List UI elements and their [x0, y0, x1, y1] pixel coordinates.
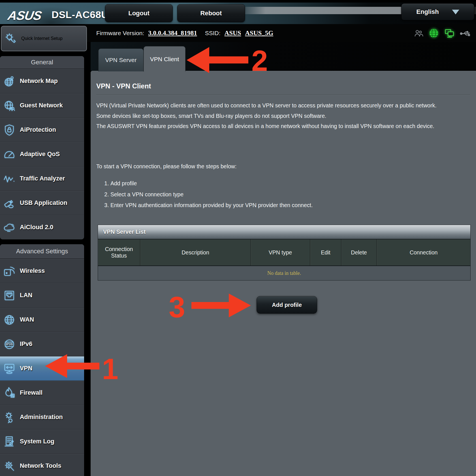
sidebar-item-ipv6[interactable]: IPV6 IPv6 [0, 332, 84, 356]
chevron-down-icon [452, 10, 459, 14]
reboot-button[interactable]: Reboot [177, 4, 245, 22]
sidebar-item-label: VPN [20, 365, 32, 372]
column-header-edit: Edit [310, 239, 341, 265]
globe-users-icon [2, 99, 16, 113]
annotation-arrowhead-step3 [229, 294, 251, 317]
language-dropdown[interactable]: English [401, 3, 474, 20]
paragraph: Some devices like set-top boxes, smart T… [96, 111, 452, 121]
language-label: English [416, 8, 439, 16]
sidebar-item-label: Network Map [20, 78, 58, 85]
sidebar-item-guest-network[interactable]: Guest Network [0, 93, 84, 118]
status-icon-group [413, 24, 471, 42]
globe-pin-icon [2, 74, 16, 88]
ipv6-globe-icon: IPV6 [2, 337, 16, 351]
column-header-connection: Connection [377, 239, 470, 265]
ethernet-port-icon [2, 288, 16, 303]
sidebar-item-label: Guest Network [20, 102, 63, 109]
logout-button[interactable]: Logout [105, 4, 173, 22]
router-admin-page: ASUS DSL-AC68U Logout Reboot English Fir… [0, 0, 476, 476]
sidebar-nav: Quick Internet Setup General Network Map [0, 24, 85, 476]
column-header-description: Description [140, 239, 251, 265]
annotation-arrow-tail-step2 [209, 56, 248, 63]
sidebar-item-label: AiProtection [20, 126, 56, 133]
router-model-label: DSL-AC68U [52, 9, 108, 20]
sidebar-item-label: System Log [20, 438, 54, 445]
usb-drive-icon [2, 196, 16, 210]
gauge-icon [2, 147, 16, 162]
annotation-arrow-tail-step1 [67, 363, 99, 369]
ssid-link-5g[interactable]: ASUS_5G [245, 29, 273, 37]
page-title: VPN - VPN Client [96, 82, 151, 90]
step-item: Select a VPN connection type [110, 189, 313, 200]
sidebar-item-firewall[interactable]: Firewall [0, 381, 84, 405]
wifi-icon [2, 264, 16, 278]
asus-logo: ASUS [7, 8, 43, 23]
annotation-arrow-tail-step3 [191, 302, 229, 309]
sidebar-item-network-tools[interactable]: Network Tools [0, 454, 84, 476]
annotation-number-1: 1 [102, 354, 118, 384]
sidebar-item-network-map[interactable]: Network Map [0, 69, 84, 93]
table-title: VPN Server List [98, 225, 470, 239]
log-doc-icon [2, 435, 16, 449]
sidebar-section-advanced-settings: Advanced Settings Wireless LA [0, 244, 84, 476]
firmware-version-link[interactable]: 3.0.0.4.384_81981 [148, 29, 197, 37]
gear-wrench-icon [3, 31, 18, 46]
sidebar-item-system-log[interactable]: System Log [0, 429, 84, 454]
sidebar-item-lan[interactable]: LAN [0, 283, 84, 307]
paragraph: VPN (Virtual Private Network) clients ar… [96, 100, 452, 111]
wired-clients-icon[interactable] [444, 28, 455, 39]
sidebar-section-general: General Network Map Guest Net [0, 56, 84, 239]
annotation-arrowhead-step1 [45, 354, 67, 378]
add-profile-button[interactable]: Add profile [257, 296, 317, 314]
annotation-number-2: 2 [251, 46, 268, 75]
column-header-vpn-type: VPN type [251, 239, 310, 265]
table-empty-row: No data in table. [98, 265, 470, 280]
tab-vpn-server[interactable]: VPN Server [98, 48, 144, 71]
sidebar-item-label: Wireless [20, 267, 45, 275]
step-item: Enter VPN authentication information pro… [110, 200, 313, 211]
flame-icon [2, 386, 16, 400]
steps-intro: To start a VPN connection, please follow… [96, 163, 236, 170]
sidebar-item-label: USB Application [20, 199, 67, 207]
sidebar-item-aiprotection[interactable]: AiProtection [0, 118, 84, 142]
internet-globe-icon[interactable] [428, 28, 439, 39]
sidebar-item-label: WAN [20, 316, 34, 323]
paragraph: The ASUSWRT VPN feature provides VPN acc… [96, 121, 452, 131]
ssid-label: SSID: [205, 30, 221, 37]
sidebar-item-label: Adaptive QoS [20, 151, 60, 158]
gear-tools-icon [2, 459, 16, 473]
sidebar-item-quick-internet-setup[interactable]: Quick Internet Setup [1, 26, 87, 51]
vpn-server-list-table: VPN Server List Connection Status Descri… [98, 225, 471, 280]
top-black-strip [0, 0, 476, 3]
annotation-number-3: 3 [169, 292, 185, 322]
sidebar-item-traffic-analyzer[interactable]: Traffic Analyzer [0, 166, 84, 191]
svg-text:IPV6: IPV6 [6, 343, 13, 346]
firmware-version-label: Firmware Version: [96, 30, 144, 37]
sidebar-item-label: Administration [20, 414, 63, 421]
sidebar-item-wireless[interactable]: Wireless [0, 259, 84, 283]
gear-admin-icon [2, 410, 16, 424]
sidebar-item-label: Quick Internet Setup [21, 36, 63, 41]
top-header-bar: ASUS DSL-AC68U Logout Reboot English [0, 0, 476, 24]
globe-icon [2, 313, 16, 327]
ssid-link-24g[interactable]: ASUS [225, 29, 241, 37]
sidebar-item-adaptive-qos[interactable]: Adaptive QoS [0, 142, 84, 166]
sidebar-item-label: Network Tools [20, 462, 61, 469]
sidebar-item-usb-application[interactable]: USB Application [0, 191, 84, 215]
shield-lock-icon [2, 123, 16, 137]
usb-icon[interactable] [460, 27, 471, 39]
sidebar-item-label: AiCloud 2.0 [20, 224, 53, 231]
sidebar-item-wan[interactable]: WAN [0, 307, 84, 332]
sidebar-item-administration[interactable]: Administration [0, 405, 84, 429]
title-divider [96, 95, 470, 95]
tab-vpn-client[interactable]: VPN Client [144, 46, 185, 72]
status-info-bar: Firmware Version: 3.0.0.4.384_81981 SSID… [85, 24, 476, 42]
waveform-icon [2, 172, 16, 186]
monitor-arrows-icon [2, 362, 16, 376]
users-icon[interactable] [413, 28, 424, 38]
description-text: VPN (Virtual Private Network) clients ar… [96, 100, 452, 131]
sidebar-item-aicloud[interactable]: AiCloud 2.0 [0, 215, 84, 239]
main-content-panel: VPN - VPN Client VPN (Virtual Private Ne… [91, 71, 476, 476]
annotation-arrowhead-step2 [187, 47, 209, 73]
sidebar-item-label: Traffic Analyzer [20, 175, 65, 182]
